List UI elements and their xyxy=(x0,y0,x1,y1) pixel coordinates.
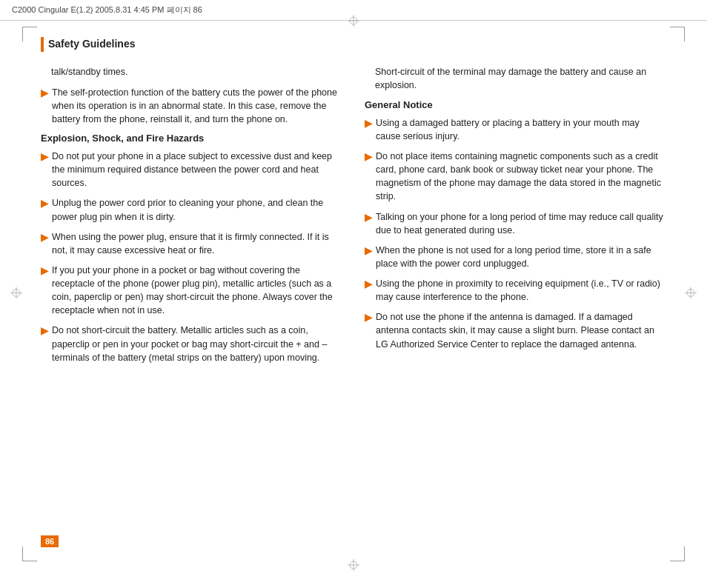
right-bullet-5: ▶ Using the phone in proximity to receiv… xyxy=(365,277,666,304)
left-bullet-4-text: When using the power plug, ensure that i… xyxy=(52,230,342,257)
left-bullet-6-text: Do not short-circuit the battery. Metall… xyxy=(52,324,342,364)
left-bullet-2: ▶ Do not put your phone in a place subje… xyxy=(41,150,342,190)
left-bullet-5-text: If you put your phone in a pocket or bag… xyxy=(52,264,342,318)
main-content: Safety Guidelines talk/standby times. ▶ … xyxy=(41,37,666,547)
corner-mark-bl xyxy=(22,547,37,561)
page-number: 86 xyxy=(41,535,59,547)
right-bullet-1-text: Using a damaged battery or placing a bat… xyxy=(376,116,666,143)
right-column: Short-circuit of the terminal may damage… xyxy=(365,65,666,371)
cross-right xyxy=(685,287,697,301)
right-bullet-2-text: Do not place items containing magnetic c… xyxy=(376,150,666,204)
left-bullet-6: ▶ Do not short-circuit the battery. Meta… xyxy=(41,324,342,364)
left-bullet-1-text: The self-protection function of the batt… xyxy=(52,86,342,126)
bullet-arrow-1: ▶ xyxy=(41,87,48,101)
left-column: talk/standby times. ▶ The self-protectio… xyxy=(41,65,342,371)
columns-container: talk/standby times. ▶ The self-protectio… xyxy=(41,65,666,371)
right-subheading: General Notice xyxy=(365,99,666,110)
left-bullet-2-text: Do not put your phone in a place subject… xyxy=(52,150,342,190)
right-bullet-2: ▶ Do not place items containing magnetic… xyxy=(365,150,666,204)
right-continuation: Short-circuit of the terminal may damage… xyxy=(365,65,666,92)
cross-bottom xyxy=(348,559,359,573)
bullet-arrow-4: ▶ xyxy=(41,231,48,245)
right-bullet-4-text: When the phone is not used for a long pe… xyxy=(376,244,666,270)
right-arrow-1: ▶ xyxy=(365,117,372,131)
left-subheading: Explosion, Shock, and Fire Hazards xyxy=(41,133,342,144)
left-bullet-1: ▶ The self-protection function of the ba… xyxy=(41,86,342,126)
right-arrow-5: ▶ xyxy=(365,278,372,292)
right-arrow-2: ▶ xyxy=(365,150,372,164)
right-arrow-3: ▶ xyxy=(365,211,372,225)
cross-left xyxy=(10,287,22,301)
right-arrow-6: ▶ xyxy=(365,311,372,325)
right-bullet-6: ▶ Do not use the phone if the antenna is… xyxy=(365,310,666,350)
section-title: Safety Guidelines xyxy=(41,37,666,52)
right-arrow-4: ▶ xyxy=(365,244,372,258)
left-continuation: talk/standby times. xyxy=(41,65,342,78)
right-bullet-4: ▶ When the phone is not used for a long … xyxy=(365,244,666,270)
left-bullet-5: ▶ If you put your phone in a pocket or b… xyxy=(41,264,342,318)
left-bullet-3: ▶ Unplug the power cord prior to cleanin… xyxy=(41,196,342,223)
corner-mark-tr xyxy=(670,27,685,41)
header-text: C2000 Cingular E(1.2) 2005.8.31 4:45 PM … xyxy=(12,4,695,16)
bullet-arrow-3: ▶ xyxy=(41,197,48,211)
cross-top xyxy=(348,15,359,29)
left-bullet-4: ▶ When using the power plug, ensure that… xyxy=(41,230,342,257)
corner-mark-br xyxy=(670,547,685,561)
left-bullet-3-text: Unplug the power cord prior to cleaning … xyxy=(52,196,342,223)
bullet-arrow-5: ▶ xyxy=(41,264,48,278)
bullet-arrow-6: ▶ xyxy=(41,324,48,338)
right-bullet-5-text: Using the phone in proximity to receivin… xyxy=(376,277,666,304)
bullet-arrow-2: ▶ xyxy=(41,150,48,164)
right-bullet-1: ▶ Using a damaged battery or placing a b… xyxy=(365,116,666,143)
corner-mark-tl xyxy=(22,27,37,41)
right-bullet-6-text: Do not use the phone if the antenna is d… xyxy=(376,310,666,350)
right-bullet-3: ▶ Talking on your phone for a long perio… xyxy=(365,210,666,237)
right-bullet-3-text: Talking on your phone for a long period … xyxy=(376,210,666,237)
